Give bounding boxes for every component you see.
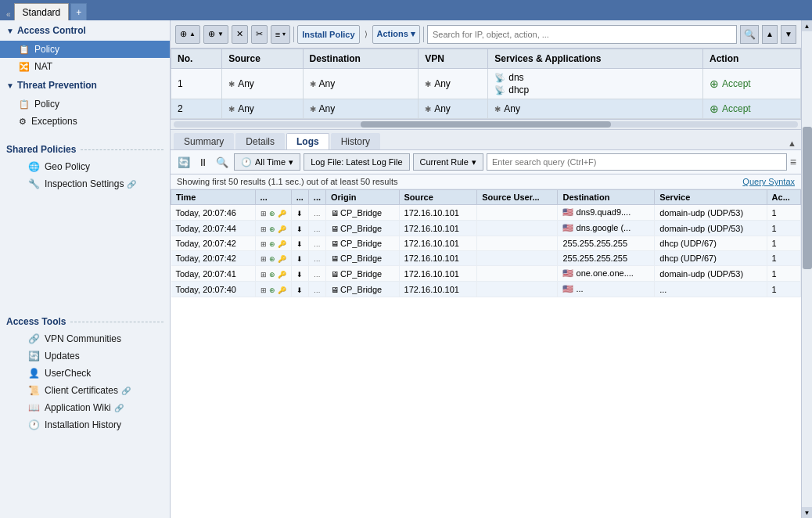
flag-icon-1: 🇺🇸 (562, 223, 573, 232)
sidebar-section-shared-policies[interactable]: Shared Policies (0, 138, 170, 158)
sidebar-section-threat-prevention[interactable]: ▼ Threat Prevention (0, 75, 170, 95)
refresh-logs-button[interactable]: 🔄 (175, 156, 192, 169)
nav-down-button[interactable]: ▼ (781, 25, 796, 44)
sidebar-section-access-control[interactable]: ▼ Access Control (0, 20, 170, 41)
sidebar-item-app-wiki[interactable]: 📖 Application Wiki 🔗 (0, 399, 170, 416)
row2-source-val: Any (238, 103, 254, 114)
log-time-5: Today, 20:07:40 (171, 282, 256, 297)
sidebar-item-client-certs[interactable]: 📜 Client Certificates 🔗 (0, 382, 170, 399)
add-rule-above-icon: ⊕ (180, 29, 187, 39)
delete-rule-button[interactable]: ✕ (232, 25, 248, 44)
log-row-1[interactable]: Today, 20:07:44 ⊞ ⊕ 🔑 ⬇ … 🖥CP_Bridge 172… (171, 221, 801, 236)
log-action-4: 1 (767, 266, 800, 282)
search-logs-button[interactable]: 🔍 (214, 156, 231, 169)
tab-standard[interactable]: Standard (14, 3, 70, 20)
panel-expand-button[interactable]: ▲ (783, 137, 801, 149)
logs-panel: Summary Details Logs History ▲ 🔄 (171, 130, 801, 518)
sidebar-item-threat-policy[interactable]: 📋 Policy (0, 95, 170, 113)
add-rule-above-button[interactable]: ⊕ ▲ (175, 25, 200, 44)
v-scroll-up-button[interactable]: ▲ (802, 20, 812, 31)
log-row-2[interactable]: Today, 20:07:42 ⊞ ⊕ 🔑 ⬇ … 🖥CP_Bridge 172… (171, 236, 801, 251)
policy-search-input[interactable] (427, 25, 737, 44)
sidebar-item-updates[interactable]: 🔄 Updates (0, 347, 170, 365)
row1-action-val: Accept (722, 78, 751, 89)
threat-prevention-label: Threat Prevention (17, 80, 97, 91)
add-rule-below-button[interactable]: ⊕ ▼ (203, 25, 228, 44)
actions-button[interactable]: Actions ▾ (372, 25, 420, 44)
row2-dest-val: Any (319, 103, 336, 114)
log-source-2: 172.16.10.101 (399, 236, 477, 251)
log-dest-5: 🇺🇸 ... (558, 282, 655, 297)
tab-details[interactable]: Details (235, 133, 285, 149)
nav-arrow[interactable]: « (3, 9, 14, 20)
result-info: Showing first 50 results (1.1 sec.) out … (171, 174, 801, 189)
sidebar-item-exceptions[interactable]: ⚙ Exceptions (0, 113, 170, 130)
log-search-input[interactable] (487, 153, 787, 171)
log-icon-green-3: ⊕ (269, 255, 275, 263)
h-scroll-area[interactable] (171, 119, 801, 130)
sidebar-item-vpn-communities[interactable]: 🔗 VPN Communities (0, 330, 170, 347)
log-row-3[interactable]: Today, 20:07:42 ⊞ ⊕ 🔑 ⬇ … 🖥CP_Bridge 172… (171, 251, 801, 266)
client-certs-icon: 📜 (28, 385, 40, 396)
time-filter-dropdown[interactable]: 🕐 All Time ▾ (234, 153, 300, 171)
log-col-time: Time (171, 190, 256, 205)
tab-summary[interactable]: Summary (174, 133, 234, 149)
sidebar-item-geo-policy[interactable]: 🌐 Geo Policy (0, 158, 170, 175)
tab-add[interactable]: + (70, 3, 87, 20)
log-col2-0: ⬇ (291, 205, 308, 221)
row2-vpn-val: Any (434, 103, 451, 114)
sidebar-item-usercheck[interactable]: 👤 UserCheck (0, 365, 170, 382)
log-col2-icon-2: ⬇ (296, 240, 303, 248)
log-row-4[interactable]: Today, 20:07:41 ⊞ ⊕ 🔑 ⬇ … 🖥CP_Bridge 172… (171, 266, 801, 282)
v-scroll-track[interactable] (802, 31, 812, 507)
origin-icon-1: 🖥 (331, 225, 339, 233)
policy-search-button[interactable]: 🔍 (740, 25, 759, 44)
logs-menu-button[interactable]: ≡ (790, 156, 796, 168)
more-button[interactable]: ≡ ▾ (271, 25, 290, 44)
origin-icon-2: 🖥 (331, 239, 339, 248)
app-container: « Standard + ▼ Access Control 📋 Policy 🔀… (0, 0, 812, 518)
log-file-button[interactable]: Log File: Latest Log File (304, 153, 409, 171)
tab-logs[interactable]: Logs (286, 133, 329, 149)
log-action-0: 1 (767, 205, 800, 221)
log-source-user-4 (477, 266, 558, 282)
log-source-0: 172.16.10.101 (399, 205, 477, 221)
log-col-dot1: ... (255, 190, 291, 205)
log-row-5[interactable]: Today, 20:07:40 ⊞ ⊕ 🔑 ⬇ … 🖥CP_Bridge 172… (171, 282, 801, 297)
log-service-0: domain-udp (UDP/53) (655, 205, 767, 221)
row1-vpn: ✱ Any (419, 69, 488, 99)
log-icon-green-5: ⊕ (269, 286, 275, 294)
row1-services: 📡 dns 📡 dhcp (488, 69, 703, 99)
current-rule-dropdown[interactable]: Current Rule ▾ (413, 153, 483, 171)
log-icon-key-5: 🔑 (278, 286, 286, 294)
sidebar-item-nat[interactable]: 🔀 NAT (0, 58, 170, 75)
sidebar-item-install-history[interactable]: 🕐 Installation History (0, 416, 170, 433)
policy-row-2[interactable]: 2 ✱ Any ✱ Any (171, 99, 801, 119)
h-scroll-track[interactable] (174, 121, 798, 128)
v-scroll-thumb[interactable] (803, 127, 812, 269)
sidebar-section-access-tools[interactable]: Access Tools (0, 310, 170, 330)
log-row-0[interactable]: Today, 20:07:46 ⊞ ⊕ 🔑 ⬇ … 🖥CP_Bridge 172… (171, 205, 801, 221)
query-syntax-link[interactable]: Query Syntax (742, 177, 795, 186)
v-scroll[interactable]: ▲ ▼ (801, 20, 812, 518)
tab-history[interactable]: History (331, 133, 380, 149)
nav-up-button[interactable]: ▲ (762, 25, 778, 44)
cut-paste-button[interactable]: ✂ (251, 25, 268, 44)
toolbar-sep-1 (293, 27, 294, 42)
policy-row-1[interactable]: 1 ✱ Any ✱ Any (171, 69, 801, 99)
install-policy-button[interactable]: Install Policy (297, 25, 359, 44)
v-scroll-down-button[interactable]: ▼ (802, 507, 812, 518)
h-scroll-thumb[interactable] (361, 121, 610, 128)
pause-logs-button[interactable]: ⏸ (196, 156, 210, 169)
log-dest-3: 255.255.255.255 (558, 251, 655, 266)
logs-toolbar: 🔄 ⏸ 🔍 🕐 All Time ▾ Log File: Latest Log … (171, 150, 801, 174)
flag-icon-4: 🇺🇸 (562, 268, 573, 278)
log-action-3: 1 (767, 251, 800, 266)
panel-tabs: Summary Details Logs History ▲ (171, 130, 801, 150)
tab-bar: « Standard + (0, 0, 812, 20)
logs-table: Time ... ... ... Origin Source Source Us… (171, 189, 801, 297)
sidebar-item-inspection-settings[interactable]: 🔧 Inspection Settings 🔗 (0, 175, 170, 192)
usercheck-icon: 👤 (28, 368, 40, 379)
sidebar-item-policy[interactable]: 📋 Policy (0, 41, 170, 58)
origin-icon-3: 🖥 (331, 254, 339, 263)
